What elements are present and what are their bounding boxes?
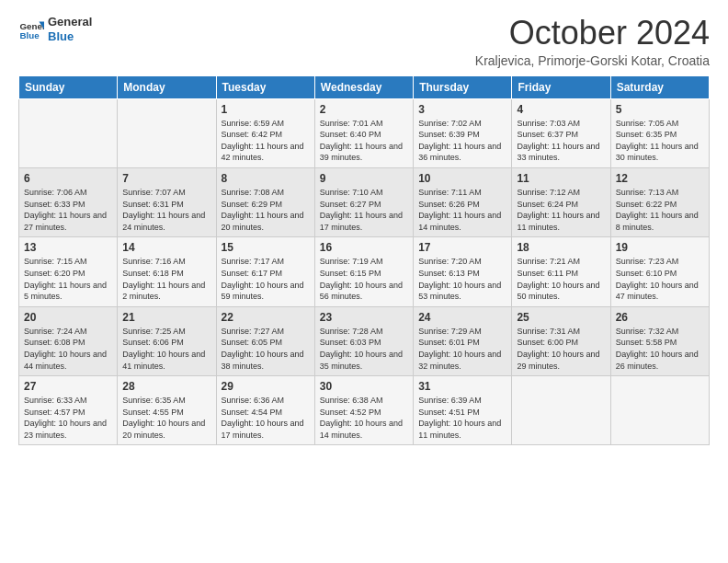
day-number: 19 — [616, 241, 704, 254]
calendar-day-cell: 6Sunrise: 7:06 AMSunset: 6:33 PMDaylight… — [19, 167, 118, 236]
calendar-day-cell: 4Sunrise: 7:03 AMSunset: 6:37 PMDaylight… — [512, 98, 610, 167]
day-number: 3 — [418, 103, 506, 116]
logo-icon: General Blue — [18, 17, 44, 42]
day-info: Sunrise: 7:10 AMSunset: 6:27 PMDaylight:… — [320, 187, 408, 233]
day-info: Sunrise: 7:17 AMSunset: 6:17 PMDaylight:… — [222, 256, 310, 302]
day-number: 2 — [320, 103, 408, 116]
weekday-header: Sunday — [19, 75, 118, 98]
calendar-day-cell: 19Sunrise: 7:23 AMSunset: 6:10 PMDayligh… — [610, 237, 709, 306]
title-block: October 2024 Kraljevica, Primorje-Gorski… — [475, 15, 710, 68]
day-info: Sunrise: 7:27 AMSunset: 6:05 PMDaylight:… — [222, 326, 310, 372]
calendar-day-cell: 17Sunrise: 7:20 AMSunset: 6:13 PMDayligh… — [414, 237, 512, 306]
calendar-day-cell — [118, 98, 216, 167]
day-number: 29 — [222, 380, 310, 393]
day-number: 9 — [320, 172, 408, 185]
day-info: Sunrise: 7:21 AMSunset: 6:11 PMDaylight:… — [517, 256, 605, 302]
calendar-day-cell: 13Sunrise: 7:15 AMSunset: 6:20 PMDayligh… — [19, 237, 118, 306]
weekday-header: Saturday — [610, 75, 709, 98]
calendar-day-cell: 14Sunrise: 7:16 AMSunset: 6:18 PMDayligh… — [118, 237, 216, 306]
calendar-day-cell — [610, 376, 709, 445]
calendar-day-cell: 22Sunrise: 7:27 AMSunset: 6:05 PMDayligh… — [216, 306, 314, 375]
weekday-header: Tuesday — [216, 75, 314, 98]
day-number: 24 — [418, 311, 506, 324]
logo-blue: Blue — [48, 29, 92, 44]
calendar-day-cell: 8Sunrise: 7:08 AMSunset: 6:29 PMDaylight… — [216, 167, 314, 236]
calendar-day-cell: 16Sunrise: 7:19 AMSunset: 6:15 PMDayligh… — [314, 237, 413, 306]
calendar-table: SundayMondayTuesdayWednesdayThursdayFrid… — [18, 75, 710, 446]
day-number: 31 — [418, 380, 506, 393]
calendar-week-row: 13Sunrise: 7:15 AMSunset: 6:20 PMDayligh… — [19, 237, 710, 306]
day-info: Sunrise: 7:03 AMSunset: 6:37 PMDaylight:… — [517, 118, 605, 164]
calendar-day-cell: 21Sunrise: 7:25 AMSunset: 6:06 PMDayligh… — [118, 306, 216, 375]
day-number: 27 — [24, 380, 112, 393]
day-number: 28 — [122, 380, 210, 393]
day-number: 15 — [222, 241, 310, 254]
logo: General Blue General Blue — [18, 15, 92, 43]
calendar-day-cell: 28Sunrise: 6:35 AMSunset: 4:55 PMDayligh… — [118, 376, 216, 445]
day-number: 20 — [24, 311, 112, 324]
calendar-day-cell: 23Sunrise: 7:28 AMSunset: 6:03 PMDayligh… — [314, 306, 413, 375]
weekday-header: Monday — [118, 75, 216, 98]
day-info: Sunrise: 7:12 AMSunset: 6:24 PMDaylight:… — [517, 187, 605, 233]
calendar-day-cell: 5Sunrise: 7:05 AMSunset: 6:35 PMDaylight… — [610, 98, 709, 167]
weekday-header: Friday — [512, 75, 610, 98]
calendar-day-cell: 15Sunrise: 7:17 AMSunset: 6:17 PMDayligh… — [216, 237, 314, 306]
calendar-day-cell: 2Sunrise: 7:01 AMSunset: 6:40 PMDaylight… — [314, 98, 413, 167]
calendar-day-cell: 7Sunrise: 7:07 AMSunset: 6:31 PMDaylight… — [118, 167, 216, 236]
day-number: 10 — [418, 172, 506, 185]
calendar-day-cell: 30Sunrise: 6:38 AMSunset: 4:52 PMDayligh… — [314, 376, 413, 445]
day-info: Sunrise: 6:36 AMSunset: 4:54 PMDaylight:… — [222, 395, 310, 441]
calendar-day-cell: 10Sunrise: 7:11 AMSunset: 6:26 PMDayligh… — [414, 167, 512, 236]
day-info: Sunrise: 7:11 AMSunset: 6:26 PMDaylight:… — [418, 187, 506, 233]
day-info: Sunrise: 7:28 AMSunset: 6:03 PMDaylight:… — [320, 326, 408, 372]
day-number: 1 — [222, 103, 310, 116]
calendar-day-cell: 24Sunrise: 7:29 AMSunset: 6:01 PMDayligh… — [414, 306, 512, 375]
day-info: Sunrise: 7:06 AMSunset: 6:33 PMDaylight:… — [24, 187, 112, 233]
day-number: 25 — [517, 311, 605, 324]
calendar-title: October 2024 — [475, 15, 710, 52]
calendar-day-cell: 3Sunrise: 7:02 AMSunset: 6:39 PMDaylight… — [414, 98, 512, 167]
day-info: Sunrise: 7:23 AMSunset: 6:10 PMDaylight:… — [616, 256, 704, 302]
day-number: 26 — [616, 311, 704, 324]
day-number: 22 — [222, 311, 310, 324]
day-info: Sunrise: 7:20 AMSunset: 6:13 PMDaylight:… — [418, 256, 506, 302]
calendar-day-cell: 31Sunrise: 6:39 AMSunset: 4:51 PMDayligh… — [414, 376, 512, 445]
day-info: Sunrise: 7:32 AMSunset: 5:58 PMDaylight:… — [616, 326, 704, 372]
day-info: Sunrise: 6:33 AMSunset: 4:57 PMDaylight:… — [24, 395, 112, 441]
day-info: Sunrise: 7:05 AMSunset: 6:35 PMDaylight:… — [616, 118, 704, 164]
day-info: Sunrise: 7:01 AMSunset: 6:40 PMDaylight:… — [320, 118, 408, 164]
day-number: 4 — [517, 103, 605, 116]
day-info: Sunrise: 6:38 AMSunset: 4:52 PMDaylight:… — [320, 395, 408, 441]
day-number: 30 — [320, 380, 408, 393]
day-info: Sunrise: 7:29 AMSunset: 6:01 PMDaylight:… — [418, 326, 506, 372]
weekday-header: Wednesday — [314, 75, 413, 98]
header: General Blue General Blue October 2024 K… — [18, 15, 710, 68]
logo-general: General — [48, 15, 92, 29]
calendar-day-cell: 25Sunrise: 7:31 AMSunset: 6:00 PMDayligh… — [512, 306, 610, 375]
day-info: Sunrise: 7:25 AMSunset: 6:06 PMDaylight:… — [122, 326, 210, 372]
day-info: Sunrise: 7:19 AMSunset: 6:15 PMDaylight:… — [320, 256, 408, 302]
calendar-day-cell: 9Sunrise: 7:10 AMSunset: 6:27 PMDaylight… — [314, 167, 413, 236]
weekday-header: Thursday — [414, 75, 512, 98]
calendar-day-cell: 26Sunrise: 7:32 AMSunset: 5:58 PMDayligh… — [610, 306, 709, 375]
calendar-day-cell: 11Sunrise: 7:12 AMSunset: 6:24 PMDayligh… — [512, 167, 610, 236]
calendar-day-cell: 27Sunrise: 6:33 AMSunset: 4:57 PMDayligh… — [19, 376, 118, 445]
calendar-week-row: 6Sunrise: 7:06 AMSunset: 6:33 PMDaylight… — [19, 167, 710, 236]
day-info: Sunrise: 7:24 AMSunset: 6:08 PMDaylight:… — [24, 326, 112, 372]
calendar-day-cell: 1Sunrise: 6:59 AMSunset: 6:42 PMDaylight… — [216, 98, 314, 167]
calendar-week-row: 1Sunrise: 6:59 AMSunset: 6:42 PMDaylight… — [19, 98, 710, 167]
day-number: 8 — [222, 172, 310, 185]
day-number: 11 — [517, 172, 605, 185]
day-number: 6 — [24, 172, 112, 185]
day-number: 23 — [320, 311, 408, 324]
calendar-day-cell: 29Sunrise: 6:36 AMSunset: 4:54 PMDayligh… — [216, 376, 314, 445]
page: General Blue General Blue October 2024 K… — [0, 0, 728, 563]
day-info: Sunrise: 7:15 AMSunset: 6:20 PMDaylight:… — [24, 256, 112, 302]
day-number: 13 — [24, 241, 112, 254]
calendar-day-cell: 18Sunrise: 7:21 AMSunset: 6:11 PMDayligh… — [512, 237, 610, 306]
calendar-header-row: SundayMondayTuesdayWednesdayThursdayFrid… — [19, 75, 710, 98]
day-info: Sunrise: 7:02 AMSunset: 6:39 PMDaylight:… — [418, 118, 506, 164]
day-info: Sunrise: 7:16 AMSunset: 6:18 PMDaylight:… — [122, 256, 210, 302]
day-number: 21 — [122, 311, 210, 324]
day-info: Sunrise: 7:31 AMSunset: 6:00 PMDaylight:… — [517, 326, 605, 372]
